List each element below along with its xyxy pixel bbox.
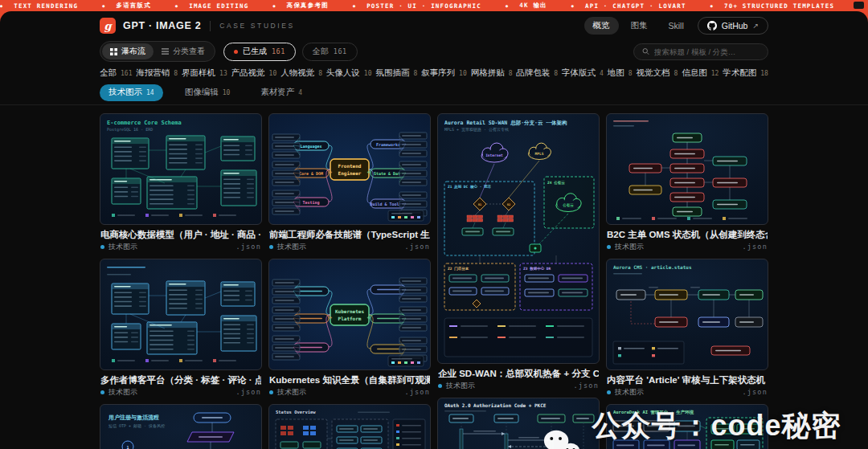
- card-filetype: .json: [235, 243, 261, 251]
- filter-all[interactable]: 全部161: [302, 43, 358, 61]
- view-toggle: 瀑布流分类查看: [100, 41, 215, 62]
- grid-column-3: Aurora Retail SD-WAN 总部·分支·云 一体架构MPLS + …: [437, 113, 600, 449]
- category-学术配图[interactable]: 学术配图18: [723, 67, 768, 79]
- category-dot: [607, 390, 611, 394]
- category-字体版式[interactable]: 字体版式4: [562, 67, 604, 79]
- grid-column-4: B2C 主单 OMS 状态机（从创建到终态含补偿）技术图示.jsonAurora…: [606, 113, 768, 449]
- category-label: 界面样机: [182, 67, 215, 79]
- category-人物视觉[interactable]: 人物视觉8: [280, 67, 322, 79]
- category-dot: [269, 245, 273, 249]
- brand-logo[interactable]: g: [100, 18, 116, 34]
- svg-text:R1: R1: [478, 203, 481, 206]
- grid-column-1: E-commerce Core SchemaPostgreSQL 16 · ER…: [100, 113, 262, 449]
- category-label: 全部: [100, 67, 117, 79]
- svg-text:用户注册与激活流程: 用户注册与激活流程: [108, 414, 159, 421]
- card[interactable]: FrontendEngineerLanguagesCore & DOMTesti…: [268, 113, 431, 254]
- thumbnail-diagram: KubernetesPlatform: [269, 259, 430, 369]
- thumbnail-diagram: Aurora Retail SD-WAN 总部·分支·云 一体架构MPLS + …: [438, 114, 599, 363]
- card[interactable]: Status Overview: [268, 404, 431, 449]
- svg-text:Core & DOM: Core & DOM: [299, 171, 323, 176]
- category-count: 10: [459, 70, 467, 77]
- thumbnail-diagram: Aurora CMS · article.status: [607, 259, 768, 369]
- filter-label: 全部: [313, 46, 329, 57]
- category-label: 产品视觉: [231, 67, 265, 79]
- card-category: 技术图示: [446, 381, 475, 391]
- thumbnail-diagram: 用户注册与激活流程短信 OTP + 邮箱 · 设备风控1: [100, 405, 261, 449]
- card-thumbnail: Aurora CMS · article.status: [606, 259, 768, 370]
- category-count: 8: [554, 70, 558, 77]
- svg-text:Frontend: Frontend: [338, 163, 362, 169]
- card-thumbnail: [100, 259, 262, 370]
- marquee-item: 70+ STRUCTURED TEMPLATES: [710, 2, 834, 10]
- svg-text:Internet: Internet: [485, 153, 503, 157]
- search-icon: [642, 47, 649, 55]
- marquee-banner: TEXT RENDERING多语言版式IMAGE EDITING高保真参考图PO…: [0, 0, 868, 11]
- category-dot: [269, 390, 273, 394]
- card[interactable]: Aurora Retail SD-WAN 总部·分支·云 一体架构MPLS + …: [437, 113, 600, 393]
- category-视觉文档[interactable]: 视觉文档8: [637, 67, 678, 79]
- category-label: 素材资产: [260, 87, 294, 98]
- category-界面样机[interactable]: 界面样机13: [182, 67, 227, 79]
- category-count: 8: [628, 70, 633, 77]
- search-box[interactable]: [633, 43, 768, 60]
- filter-generated[interactable]: 已生成161: [223, 43, 296, 61]
- card-filetype: .json: [404, 388, 430, 396]
- card[interactable]: 多作者博客平台（分类 · 标签 · 评论 · 点赞）技术图示.json: [100, 259, 262, 399]
- category-count: 10: [269, 70, 277, 77]
- category-count: 14: [146, 89, 154, 96]
- category-row-primary: 全部161海报营销8界面样机13产品视觉10人物视觉8头像人设10氛围插画8叙事…: [100, 67, 768, 80]
- list-icon: [162, 48, 169, 55]
- category-产品视觉[interactable]: 产品视觉10: [231, 67, 277, 79]
- category-label: 技术图示: [108, 87, 142, 98]
- wechat-icon: [543, 427, 581, 449]
- header-nav: 概览图集Skill: [584, 17, 693, 35]
- category-count: 13: [219, 70, 227, 77]
- category-count: 161: [121, 70, 132, 77]
- category-全部[interactable]: 全部161: [100, 67, 132, 79]
- category-头像人设[interactable]: 头像人设10: [326, 67, 372, 79]
- card-title: 多作者博客平台（分类 · 标签 · 评论 · 点赞）: [100, 374, 261, 386]
- view-mode-waterfall[interactable]: 瀑布流: [102, 43, 154, 59]
- category-label: 海报营销: [136, 67, 170, 79]
- category-label: 品牌包装: [516, 67, 550, 79]
- category-海报营销[interactable]: 海报营销8: [136, 67, 178, 79]
- category-信息图[interactable]: 信息图12: [682, 67, 719, 79]
- svg-text:Frameworks: Frameworks: [376, 142, 400, 147]
- card[interactable]: B2C 主单 OMS 状态机（从创建到终态含补偿）技术图示.json: [606, 113, 768, 254]
- nav-tab-gallery[interactable]: 图集: [622, 17, 657, 35]
- category-chip-技术图示[interactable]: 技术图示14: [100, 84, 163, 101]
- card-category: 技术图示: [108, 387, 137, 398]
- card[interactable]: 用户注册与激活流程短信 OTP + 邮箱 · 设备风控1: [100, 404, 262, 449]
- card[interactable]: Aurora CMS · article.status内容平台 'Article…: [606, 259, 768, 399]
- card[interactable]: E-commerce Core SchemaPostgreSQL 16 · ER…: [100, 113, 262, 254]
- svg-text:PostgreSQL 16 · ERD: PostgreSQL 16 · ERD: [107, 127, 153, 133]
- category-品牌包装[interactable]: 品牌包装8: [516, 67, 558, 79]
- category-label: 地图: [608, 67, 624, 79]
- category-count: 8: [318, 70, 322, 77]
- thumbnail-diagram: Status Overview: [269, 405, 430, 449]
- card-title: 前端工程师必备技能谱（TypeScript 生态为轴）: [269, 229, 430, 240]
- category-chip-素材资产[interactable]: 素材资产4: [252, 84, 311, 101]
- card[interactable]: KubernetesPlatformKubernetes 知识全景（自集群到可观…: [268, 259, 431, 399]
- search-input[interactable]: [654, 47, 760, 56]
- category-氛围插画[interactable]: 氛围插画8: [375, 67, 417, 79]
- svg-text:E-commerce Core Schema: E-commerce Core Schema: [107, 120, 182, 126]
- category-叙事序列[interactable]: 叙事序列10: [421, 67, 467, 79]
- card-grid: E-commerce Core SchemaPostgreSQL 16 · ER…: [100, 113, 768, 449]
- card-category: 技术图示: [108, 242, 137, 252]
- nav-tab-skill[interactable]: Skill: [660, 18, 693, 34]
- card-category: 技术图示: [615, 242, 644, 252]
- category-网格拼贴[interactable]: 网格拼贴8: [471, 67, 513, 79]
- card-meta: 技术图示.json: [100, 243, 261, 251]
- view-mode-by-category[interactable]: 分类查看: [154, 43, 213, 59]
- marquee-corner-square: [854, 2, 864, 9]
- svg-text:OAuth 2.0 Authorization Code +: OAuth 2.0 Authorization Code + PKCE: [444, 402, 547, 408]
- nav-tab-overview[interactable]: 概览: [584, 17, 619, 35]
- marquee-item: 4K 输出: [506, 2, 547, 10]
- card-caption: 电商核心数据模型（用户 · 地址 · 商品 · 订单 · 券）技术图示.json: [100, 225, 262, 254]
- github-button[interactable]: GitHub ↗: [698, 17, 768, 35]
- category-地图[interactable]: 地图8: [608, 67, 633, 79]
- category-chip-图像编辑[interactable]: 图像编辑10: [176, 84, 240, 101]
- filter-label: 已生成: [243, 46, 267, 57]
- category-dot: [438, 384, 442, 388]
